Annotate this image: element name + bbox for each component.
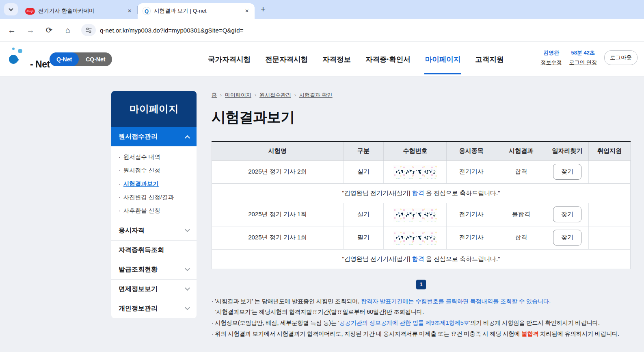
find-cell: 찾기 [546, 226, 589, 249]
results-table: 시험명구분수험번호응시종목시험결과일자리찾기취업지원 2025년 정기 기사 2… [212, 141, 631, 269]
qnet-favicon-icon: Q [143, 7, 151, 15]
toggle-qnet[interactable]: Q-Net [50, 52, 79, 66]
masked-exam-number[interactable] [393, 208, 437, 222]
footnote-link[interactable]: 공공기관의 정보공개에 관한 법률 제9조제1항제5호 [339, 319, 469, 326]
column-header: 수험번호 [384, 141, 447, 160]
breadcrumb-link[interactable]: 마이페이지 [225, 91, 251, 99]
qnet-logo[interactable]: - Net [8, 48, 53, 71]
footnote-text: · 시험정보(모범답안, 배점, 세부문항별 득점 등)는 ' [212, 319, 339, 326]
masked-digits [395, 169, 435, 175]
bullet-icon: · [119, 167, 121, 174]
chevron-down-icon [185, 285, 190, 291]
table-row: 2025년 정기 기사 1회필기전기기사합격찾기 [212, 226, 631, 249]
browser-tab-active[interactable]: Q 시험결과 보기 | Q-net ✕ [138, 3, 255, 19]
column-header: 응시종목 [447, 141, 496, 160]
browser-tab-inactive[interactable]: inup 전기기사 한솔아카데미 ✕ [20, 3, 137, 19]
footnote-link[interactable]: 합격자 발표기간에는 수험번호를 클릭하면 득점내역을 조회할 수 있습니다. [361, 298, 551, 304]
sidebar-section[interactable]: 발급조회현황 [111, 260, 197, 279]
sidebar-section[interactable]: 면제정보보기 [111, 279, 197, 299]
pagination-page-1[interactable]: 1 [416, 280, 426, 289]
column-header: 시험결과 [496, 141, 546, 160]
sidebar-section[interactable]: 자격증취득조회 [111, 240, 197, 260]
logo-bubble-icon [12, 48, 15, 50]
site-settings-button[interactable] [81, 24, 96, 36]
find-job-button[interactable]: 찾기 [553, 230, 581, 246]
toggle-cqnet[interactable]: CQ-Net [79, 52, 112, 66]
sidebar-item[interactable]: ·원서접수 내역 [111, 150, 197, 164]
breadcrumb-separator: › [220, 92, 222, 98]
sidebar-section[interactable]: 응시자격 [111, 221, 197, 240]
masked-digits [395, 212, 435, 217]
result-cell: 합격 [496, 160, 546, 183]
message-highlight: 합격 [412, 189, 424, 196]
bullet-icon: · [119, 207, 121, 214]
nav-item-active[interactable]: 마이페이지 [425, 54, 461, 64]
close-icon[interactable]: ✕ [126, 7, 133, 15]
sidebar-section-label: 개인정보관리 [119, 304, 158, 313]
home-icon[interactable]: ⌂ [61, 23, 75, 37]
find-cell: 찾기 [546, 203, 589, 226]
table-body: 2025년 정기 기사 2회실기전기기사합격찾기"김영완님 전기기사[실기] 합… [212, 160, 631, 269]
close-icon[interactable]: ✕ [243, 7, 251, 15]
browser-tab-strip: inup 전기기사 한솔아카데미 ✕ Q 시험결과 보기 | Q-net ✕ + [0, 0, 644, 19]
sidebar: 마이페이지 원서접수관리 ·원서접수 내역·원서접수 신청·시험결과보기·사진변… [111, 91, 197, 318]
reload-icon[interactable]: ⟳ [42, 23, 56, 37]
forward-icon[interactable]: → [24, 23, 37, 37]
sidebar-section-label: 원서접수관리 [119, 133, 158, 141]
sidebar-item[interactable]: ·원서접수 신청 [111, 164, 197, 177]
breadcrumb-link[interactable]: 홈 [212, 91, 217, 99]
sidebar-section[interactable]: 개인정보관리 [111, 299, 197, 318]
message-prefix: "김영완님 전기기사[필기] [342, 255, 412, 262]
main-column: 홈›마이페이지›원서접수관리›시험결과 확인 시험결과보기 시험명구분수험번호응… [212, 77, 631, 339]
exam-name-cell: 2025년 정기 기사 1회 [212, 226, 344, 249]
sidebar-section-open[interactable]: 원서접수관리 [111, 127, 197, 146]
sidebar-item-label: 사후환불 신청 [123, 207, 160, 215]
chevron-down-icon [9, 7, 13, 11]
logo-bubble-icon [18, 49, 22, 53]
bullet-icon: · [119, 180, 121, 187]
account-area: 김영완 정보수정 58분 42초 로그인 연장 로그아웃 [540, 49, 638, 66]
chevron-down-icon [185, 266, 190, 271]
new-tab-button[interactable]: + [257, 3, 269, 15]
footnote-text: · '시험결과 보기' 는 당해년도에 발표중인 시험만 조회되며, [212, 298, 361, 304]
footnote: · 시험정보(모범답안, 배점, 세부문항별 득점 등)는 '공공기관의 정보공… [212, 317, 631, 328]
sidebar-item[interactable]: ·시험결과보기 [111, 177, 197, 191]
find-job-button[interactable]: 찾기 [553, 206, 581, 222]
message-highlight: 합격 [412, 255, 424, 262]
message-suffix: 을 진심으로 축하드립니다." [424, 189, 500, 196]
nav-item-link[interactable]: 전문자격시험 [265, 54, 308, 64]
category-cell: 실기 [343, 203, 384, 226]
nav-item-link[interactable]: 자격정보 [322, 54, 351, 64]
sidebar-item[interactable]: ·사진변경 신청/결과 [111, 191, 197, 204]
breadcrumb-link[interactable]: 원서접수관리 [259, 91, 291, 99]
breadcrumb-link[interactable]: 시험결과 확인 [299, 91, 333, 99]
back-icon[interactable]: ← [5, 23, 19, 37]
page-content: 마이페이지 원서접수관리 ·원서접수 내역·원서접수 신청·시험결과보기·사진변… [0, 77, 644, 352]
tab-search-button[interactable] [4, 3, 18, 15]
url-bar[interactable]: q-net.or.kr/myp003.do?id=myp00301&gSite=… [100, 27, 244, 34]
nav-item-link[interactable]: 고객지원 [475, 54, 504, 64]
sidebar-sections: 응시자격자격증취득조회발급조회현황면제정보보기개인정보관리 [111, 221, 197, 318]
logout-button[interactable]: 로그아웃 [604, 50, 638, 65]
footnote-text: '의거 비공개 사항임을 반드시 확인하시기 바랍니다. [469, 319, 600, 326]
logo-q-icon [9, 55, 18, 64]
column-header: 취업지원 [589, 141, 631, 160]
result-cell: 합격 [496, 226, 546, 249]
tab-title: 시험결과 보기 | Q-net [154, 7, 240, 15]
site-toggle[interactable]: Q-Net CQ-Net [50, 52, 112, 66]
sidebar-section-label: 자격증취득조회 [119, 246, 164, 254]
footnote-text: · 위의 시험결과 보기에서 시험결과가 합격이더라도, 지정된 기간 내 응시… [212, 330, 521, 337]
masked-exam-number[interactable] [393, 231, 437, 245]
nav-item-link[interactable]: 자격증·확인서 [365, 54, 411, 64]
footnote-text: 처리됨에 유의하시기 바랍니다. [539, 330, 619, 337]
masked-exam-number[interactable] [393, 165, 437, 179]
sidebar-item[interactable]: ·사후환불 신청 [111, 204, 197, 217]
bullet-icon: · [119, 194, 121, 200]
edit-info-link[interactable]: 정보수정 [540, 59, 562, 66]
extend-login-link[interactable]: 로그인 연장 [569, 59, 597, 66]
find-job-button[interactable]: 찾기 [553, 164, 581, 180]
category-cell: 필기 [343, 226, 384, 249]
congrats-message-cell: "김영완님 전기기사[필기] 합격 을 진심으로 축하드립니다." [212, 249, 631, 269]
nav-item-link[interactable]: 국가자격시험 [208, 54, 251, 64]
sidebar-subitems: ·원서접수 내역·원서접수 신청·시험결과보기·사진변경 신청/결과·사후환불 … [111, 146, 197, 221]
